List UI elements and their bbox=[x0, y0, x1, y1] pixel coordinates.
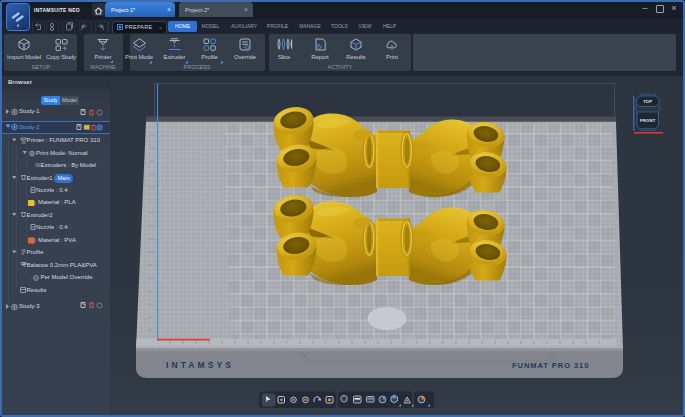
svg-text:FUNMAT PRO 310: FUNMAT PRO 310 bbox=[512, 361, 589, 370]
svg-text:INTAMSYS: INTAMSYS bbox=[166, 360, 234, 370]
svg-text:TOP: TOP bbox=[643, 99, 652, 104]
svg-text:FRONT: FRONT bbox=[640, 118, 656, 123]
